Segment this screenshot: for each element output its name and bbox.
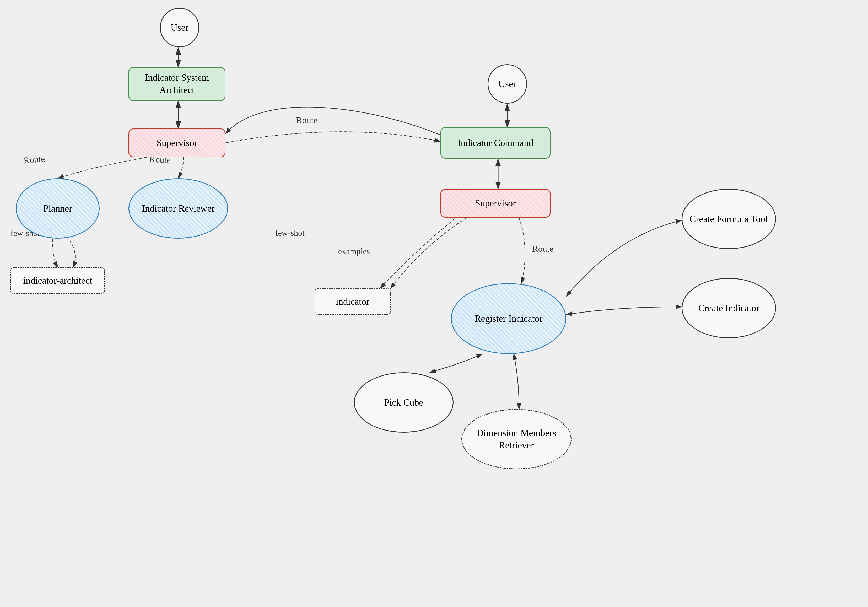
indicator-architect-label: indicator-architect <box>23 275 92 287</box>
create-indicator-label: Create Indicator <box>698 302 760 314</box>
planner-node: Planner <box>16 178 100 239</box>
examples-label-2: examples <box>338 247 370 256</box>
indicator-reviewer-label: Indicator Reviewer <box>142 202 215 215</box>
isa-node: Indicator System Architect <box>129 67 225 101</box>
indicator-reviewer-node: Indicator Reviewer <box>129 178 228 239</box>
indicator-box-node: indicator <box>315 289 391 315</box>
supervisor2-label: Supervisor <box>475 197 516 210</box>
user1-label: User <box>170 22 189 34</box>
diagram-container: Route Route Route few-shot examples few-… <box>0 0 868 607</box>
supervisor2-node: Supervisor <box>440 189 550 217</box>
create-formula-tool-label: Create Formula Tool <box>690 213 768 225</box>
planner-label: Planner <box>43 202 72 215</box>
dimension-members-node: Dimension Members Retriever <box>461 409 572 469</box>
create-indicator-node: Create Indicator <box>682 278 776 338</box>
route-label-3: Route <box>296 115 318 125</box>
route-label-1: Route <box>23 154 45 166</box>
isa-label: Indicator System Architect <box>129 71 225 96</box>
indicator-architect-node: indicator-architect <box>11 267 105 294</box>
supervisor1-node: Supervisor <box>129 129 225 157</box>
register-indicator-node: Register Indicator <box>451 283 566 354</box>
indicator-command-label: Indicator Command <box>458 137 533 149</box>
user2-node: User <box>488 64 527 104</box>
user2-label: User <box>498 78 516 90</box>
pick-cube-label: Pick Cube <box>384 396 423 409</box>
register-indicator-label: Register Indicator <box>475 312 542 325</box>
dimension-members-label: Dimension Members Retriever <box>462 427 571 452</box>
indicator-box-label: indicator <box>336 295 369 308</box>
create-formula-tool-node: Create Formula Tool <box>682 189 776 249</box>
supervisor1-label: Supervisor <box>157 137 197 149</box>
route-label-4: Route <box>532 244 553 254</box>
few-shot-label-2: few-shot <box>275 228 305 238</box>
user1-node: User <box>160 8 199 47</box>
pick-cube-node: Pick Cube <box>354 372 454 433</box>
indicator-command-node: Indicator Command <box>440 127 550 158</box>
